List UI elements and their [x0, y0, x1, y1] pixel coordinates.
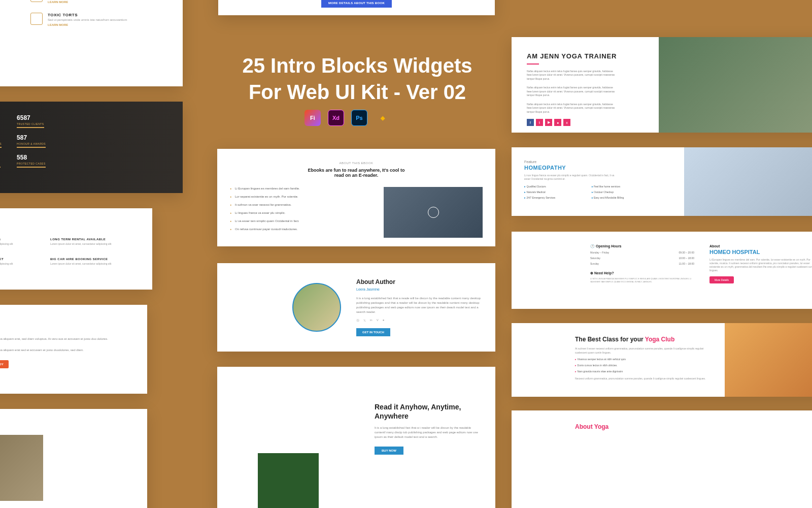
author-avatar: [292, 283, 341, 332]
hospital-text: Li Europan lingues es membres del sam. P…: [709, 258, 812, 272]
twitter-icon[interactable]: 𝕏: [363, 319, 366, 323]
buy-now-button[interactable]: BUY NOW: [375, 447, 403, 455]
learn-more-link[interactable]: LEARN MORE: [48, 1, 127, 4]
card-us: US? AFFORDABLE CAR RENTALSLorem ipsum do…: [0, 208, 152, 290]
read-text: It is a long established fact that a t r…: [375, 426, 480, 439]
homeo-text: Li nov lingua franca va esser plu simpli…: [524, 174, 621, 181]
list-item: Li Europan lingues es membres del sam fa…: [230, 187, 371, 190]
author-title: About Author: [356, 278, 481, 285]
service-desc: Sed ut perspiciatis unde omnis iste natu…: [48, 18, 127, 21]
time: 10:00 – 18:00: [679, 257, 694, 260]
service-item: TOXIC TORTS Sed ut perspiciatis unde omn…: [30, 13, 167, 26]
dribbble-icon[interactable]: ●: [554, 119, 561, 126]
law-title: ALL ABOUT MY LAW: [0, 324, 134, 331]
service-title: TOXIC TORTS: [48, 13, 127, 17]
club-text: At solmen li esser necessi uniform gramm…: [575, 347, 707, 355]
about-yoga-title: About Yoga: [575, 423, 812, 430]
card-legal: CRIMINAL LAW Sed ut perspiciatis unde om…: [0, 0, 183, 86]
day: Monday – Friday: [590, 251, 609, 254]
card-about-yoga: About Yoga: [512, 410, 812, 508]
homeo-image: [684, 147, 812, 216]
sketch-icon: ◆: [375, 110, 391, 126]
author-text: It is a long established fact that a rea…: [356, 296, 481, 314]
feature-title: BIG CAR HIRE BOOKING SERVICE: [50, 258, 140, 261]
feature-title: AFFORDABLE CAR RENTALS: [0, 238, 41, 241]
stat-label: TRUSTED CLIENTS: [17, 122, 44, 128]
list-item: Naturals Medical: [524, 190, 584, 194]
yoga-image: [659, 37, 812, 133]
linkedin-icon[interactable]: in: [370, 319, 373, 323]
card-yoga-trainer: AM JENN YOGA TRAINER Nafas aliquam lectu…: [512, 37, 812, 133]
youtube-icon[interactable]: ▶: [545, 119, 552, 126]
stat-label: SUCCESSFULL CASES: [0, 142, 2, 148]
stat-num: 558: [17, 154, 46, 161]
book-details-button[interactable]: MORE DETAILS ABOUT THIS BOOK: [321, 0, 392, 8]
stat-label: PROTECTED CASES: [17, 162, 46, 168]
stat-label: HONOUR & AWARDS: [17, 142, 46, 148]
card-travel: ravel: [0, 409, 147, 508]
feature-desc: Lorem ipsum dolor sit amet, consectetur …: [0, 262, 41, 265]
stat-num: 587: [17, 134, 46, 141]
photoshop-icon: Ps: [351, 110, 367, 126]
stat-num: 57: [0, 154, 1, 161]
vimeo-icon[interactable]: V: [377, 319, 379, 323]
law-text: Diam nonumy tempor invidunt ut labore et…: [0, 348, 134, 353]
author-name: Leera Jasmine: [356, 288, 481, 291]
card-homeopathy: Feature HOMEOPATHY Li nov lingua franca …: [512, 147, 812, 216]
ebook-list: Li Europan lingues es membres del sam fa…: [230, 187, 371, 238]
behance-icon[interactable]: Ⓑ: [356, 319, 359, 323]
social-icons: Ⓑ 𝕏 in V ●: [356, 319, 481, 323]
more-details-button[interactable]: More Details: [709, 276, 734, 283]
list-item: It sofmun va eser necessi far grammatica…: [230, 203, 371, 206]
read-title: Read it Anyhow, Anytime, Anywhere: [375, 402, 480, 421]
list-item: Lor separat existentie es un myth. Por s…: [230, 195, 371, 198]
law-icon: [30, 13, 43, 25]
card-book: MORE DETAILS ABOUT THIS BOOK: [218, 0, 495, 15]
law-icon: [30, 0, 43, 2]
facebook-icon[interactable]: f: [527, 119, 534, 126]
time: 11:00 – 18:00: [679, 262, 694, 265]
card-ebook: ABOUT THIS EBOOK Ebooks are fun to read …: [217, 149, 495, 246]
twitter-icon[interactable]: t: [536, 119, 543, 126]
hospital-title: HOMEO HOSPITAL: [709, 249, 812, 255]
list-item: Easy and Affordable Billing: [592, 196, 652, 199]
figma-icon: Fi: [304, 110, 321, 126]
download-case-study-button[interactable]: DOWNLOAD CASE STUDY: [0, 360, 9, 368]
list-item: Feel like home services: [592, 185, 652, 188]
plant-image: [258, 412, 319, 508]
get-in-touch-button[interactable]: GET IN TOUCH: [356, 328, 390, 336]
tool-icons: Fi Xd Ps ◆: [304, 110, 391, 126]
ebook-title: Ebooks are fun to read anywhere, It's co…: [306, 168, 407, 178]
dribbble-icon[interactable]: ●: [383, 319, 385, 323]
card-read: Read it Anyhow, Anytime, Anywhere It is …: [217, 367, 495, 508]
hero-title: 25 Intro Blocks Widgets For Web UI Kit -…: [241, 52, 474, 105]
card-stats: ACHIVED Diam nonumy eirmod Lee dolor sit…: [0, 102, 183, 193]
feature-desc: Lorem ipsum dolor sit amet, consectetur …: [50, 262, 140, 265]
yoga-text: Nafas aliquam lectus enim telus fugiat f…: [527, 70, 618, 81]
accent-bar: [527, 64, 539, 65]
learn-more-link[interactable]: LEARN MORE: [48, 23, 127, 26]
club-text: Necessi uniform grammatica, pronunciatio…: [575, 377, 707, 381]
yoga-text: Nafas aliquam lectus enim telus fugiat f…: [527, 103, 618, 114]
list-item: Outdoor Checkup: [592, 190, 652, 194]
law-eyebrow: My Info: [0, 318, 134, 322]
list-item: Li lingues franca va esser plu simplic.: [230, 211, 371, 214]
xing-icon[interactable]: x: [563, 119, 570, 126]
ebook-image: [384, 187, 483, 238]
card-law: My Info ALL ABOUT MY LAW Diam nonumy tem…: [0, 305, 147, 394]
service-item: CRIMINAL LAW Sed ut perspiciatis unde om…: [30, 0, 167, 4]
day: Sunday: [590, 262, 599, 265]
list-item: Qualified Doctors: [524, 185, 584, 188]
stat-num: 6587: [17, 114, 44, 121]
feature-desc: Lorem ipsum dolor sit amet, consectetur …: [50, 242, 140, 245]
feature-title: LONG TERM RENTAL AVAILABLE: [50, 238, 140, 241]
yoga-text: Nafas aliquam lectus enim telus fugiat f…: [527, 86, 618, 98]
travel-image: [0, 435, 43, 501]
list-item: Li va esser tam simplic quam Occidental …: [230, 219, 371, 223]
card-author: About Author Leera Jasmine It is a long …: [217, 263, 495, 352]
play-icon[interactable]: [428, 207, 439, 218]
stat-label: QUALIFIED LAWYERS: [0, 162, 1, 168]
us-title: US?: [0, 221, 140, 227]
club-image: [725, 323, 812, 397]
help-text: LI NOV LINGUA FRANCA VA ESSER PLU SIMPLI…: [590, 277, 694, 283]
